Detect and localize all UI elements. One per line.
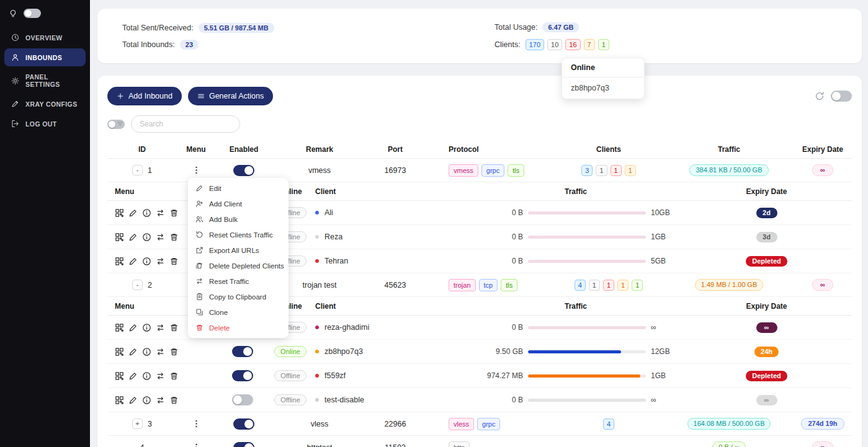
expiry-badge: ∞	[812, 279, 833, 291]
client-traffic-total: 5GB	[651, 257, 679, 265]
qrcode-icon[interactable]	[115, 347, 124, 356]
context-menu-item-add-bulk[interactable]: Add Bulk	[190, 211, 286, 227]
trash-icon[interactable]	[169, 396, 179, 405]
refresh-icon[interactable]	[815, 91, 825, 101]
qrcode-icon[interactable]	[115, 396, 124, 405]
expand-toggle-button[interactable]: +	[132, 418, 143, 429]
sidebar-item-overview[interactable]: OVERVIEW	[4, 29, 86, 46]
context-menu-item-add-client[interactable]: Add Client	[190, 196, 286, 211]
inbound-enabled-toggle[interactable]	[233, 442, 254, 447]
pencil-icon[interactable]	[128, 371, 138, 381]
trash-icon[interactable]	[169, 232, 179, 242]
qrcode-icon[interactable]	[115, 232, 124, 242]
reset-icon	[195, 231, 204, 239]
pencil-icon[interactable]	[128, 232, 138, 242]
search-input[interactable]	[131, 115, 240, 133]
pen-icon	[11, 100, 19, 108]
trash-icon[interactable]	[169, 257, 179, 266]
popover-title: Online	[562, 58, 644, 77]
context-menu-item-reset-clients-traffic[interactable]: Reset Clients Traffic	[190, 227, 286, 242]
info-icon[interactable]	[142, 371, 151, 381]
row-menu-icon[interactable]	[192, 419, 201, 428]
inbound-id: 2	[148, 281, 152, 290]
swap-icon[interactable]	[156, 323, 165, 332]
client-name: reza-ghadimi	[324, 323, 369, 332]
trash-icon[interactable]	[169, 323, 179, 332]
pencil-icon[interactable]	[128, 208, 138, 218]
client-enabled-toggle[interactable]	[232, 394, 253, 405]
info-icon[interactable]	[142, 396, 151, 405]
expand-toggle-button[interactable]: -	[132, 165, 143, 175]
auto-refresh-toggle[interactable]	[831, 91, 852, 102]
qrcode-icon[interactable]	[115, 371, 124, 381]
info-icon[interactable]	[142, 323, 151, 332]
context-menu-item-export-all-urls[interactable]: Export All URLs	[190, 242, 286, 258]
client-enabled-toggle[interactable]	[232, 370, 253, 381]
swap-icon[interactable]	[156, 347, 165, 356]
theme-bulb-icon	[9, 9, 17, 18]
main-content: Total Sent/Received: 5.51 GB / 987.54 MB…	[90, 0, 868, 447]
expand-toggle-button[interactable]: -	[132, 280, 143, 290]
info-icon[interactable]	[142, 257, 151, 266]
sidebar-item-log-out[interactable]: LOG OUT	[4, 115, 86, 133]
sidebar-nav: OVERVIEWINBOUNDSPANEL SETTINGSXRAY CONFI…	[0, 29, 90, 133]
context-menu-item-reset-traffic[interactable]: Reset Traffic	[190, 273, 286, 289]
client-expiry-badge: 2d	[756, 208, 777, 218]
row-menu-icon[interactable]	[192, 443, 201, 447]
client-count-badge: 1	[603, 280, 614, 291]
column-header-menu: Menu	[177, 145, 215, 154]
client-count-badge: 1	[617, 280, 629, 291]
sidebar-item-inbounds[interactable]: INBOUNDS	[4, 48, 86, 66]
general-actions-button[interactable]: General Actions	[188, 87, 273, 105]
context-menu-item-delete-depleted-clients[interactable]: Delete Depleted Clients	[190, 258, 286, 273]
protocol-badge: tcp	[479, 279, 498, 291]
online-clients-popover: Online zb8hpo7q3	[562, 58, 645, 99]
trash-icon[interactable]	[169, 208, 179, 218]
qrcode-icon[interactable]	[115, 257, 124, 266]
pencil-icon[interactable]	[128, 347, 138, 356]
qrcode-icon[interactable]	[115, 323, 124, 332]
sidebar-item-xray-configs[interactable]: XRAY CONFIGS	[4, 95, 86, 113]
theme-row	[0, 6, 90, 27]
pencil-icon[interactable]	[128, 323, 138, 332]
info-icon[interactable]	[142, 347, 151, 356]
plus-icon	[117, 92, 124, 100]
trash-icon[interactable]	[169, 347, 179, 356]
stat-clients: Clients: 170101671	[494, 39, 609, 50]
add-inbound-button[interactable]: Add Inbound	[107, 87, 182, 105]
client-traffic-used: 9.50 GB	[470, 347, 523, 356]
context-menu-item-delete[interactable]: Delete	[190, 320, 286, 335]
logout-icon	[11, 120, 19, 128]
swap-icon[interactable]	[156, 257, 165, 266]
inbound-remark: vmess	[272, 166, 367, 175]
trash-icon[interactable]	[169, 371, 179, 381]
pencil-icon[interactable]	[128, 396, 138, 405]
context-menu-item-clone[interactable]: Clone	[190, 304, 286, 320]
inbound-enabled-toggle[interactable]	[233, 165, 254, 176]
context-menu-item-edit[interactable]: Edit	[190, 180, 286, 196]
sidebar-item-label: XRAY CONFIGS	[25, 100, 78, 108]
swap-icon[interactable]	[156, 232, 165, 242]
info-icon[interactable]	[142, 232, 151, 242]
filter-toggle[interactable]	[107, 120, 125, 129]
client-count-badge: 1	[598, 39, 609, 50]
gear-icon	[11, 77, 19, 85]
stat-sent-received: Total Sent/Received: 5.51 GB / 987.54 MB	[122, 23, 494, 33]
swap-icon[interactable]	[156, 371, 165, 381]
pencil-icon[interactable]	[128, 257, 138, 266]
client-count-badge: 4	[603, 418, 614, 430]
swap-icon[interactable]	[156, 396, 165, 405]
qrcode-icon[interactable]	[115, 208, 124, 218]
row-menu-icon[interactable]	[192, 166, 201, 175]
client-traffic-total: ∞	[651, 396, 679, 404]
context-menu-item-copy-to-clipboard[interactable]: Copy to Clipboard	[190, 289, 286, 304]
info-icon[interactable]	[142, 208, 151, 218]
inbound-port: 16973	[367, 166, 424, 175]
column-header-traffic: Traffic	[664, 145, 794, 154]
inbound-enabled-toggle[interactable]	[233, 418, 254, 430]
swap-icon[interactable]	[156, 208, 165, 218]
client-enabled-toggle[interactable]	[232, 346, 253, 357]
inbound-id: 4	[140, 443, 145, 447]
sidebar-item-panel-settings[interactable]: PANEL SETTINGS	[4, 68, 86, 93]
theme-toggle[interactable]	[24, 9, 41, 18]
